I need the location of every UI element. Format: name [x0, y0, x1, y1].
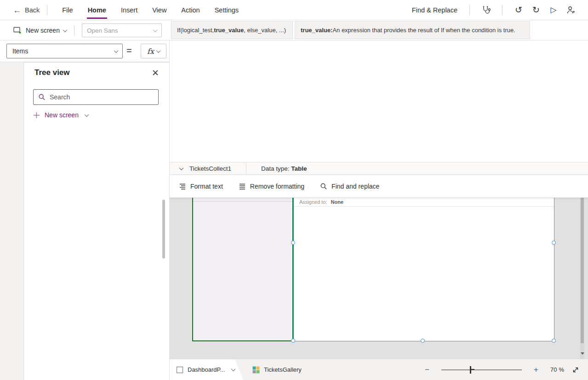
formula-signature-hint: If(logical_test, true_value, else_value,… — [171, 21, 293, 39]
format-text-label: Format text — [190, 183, 223, 190]
back-arrow-icon: ← — [13, 6, 21, 14]
tickets-gallery[interactable]: Assigned to: None — [293, 198, 554, 341]
remove-formatting-icon — [239, 183, 246, 190]
remove-formatting-button[interactable]: Remove formatting — [239, 183, 304, 190]
canvas-scrollbar[interactable] — [580, 198, 584, 359]
intellisense-result-bar: TicketsCollect1 Data type: Table — [169, 162, 588, 175]
menu-bar: FileHomeInsertViewActionSettings — [55, 0, 246, 20]
scroll-down-arrow-icon[interactable] — [580, 350, 584, 357]
resize-handle-left[interactable] — [291, 241, 295, 245]
menu-action[interactable]: Action — [174, 0, 207, 20]
property-dropdown-value: Items — [12, 47, 28, 55]
menu-view[interactable]: View — [145, 0, 174, 20]
back-label: Back — [25, 6, 40, 14]
add-person-icon — [566, 5, 576, 15]
zoom-in-button[interactable]: + — [532, 365, 540, 374]
canvas-area: Assigned to: None — [169, 198, 588, 359]
current-screen-selector[interactable]: DashboardP... — [170, 359, 243, 380]
divider — [74, 25, 74, 35]
close-icon[interactable]: ✕ — [152, 69, 159, 77]
undo-icon: ↺ — [515, 6, 522, 14]
new-screen-icon — [13, 26, 22, 35]
search-input[interactable] — [50, 93, 154, 101]
chevron-down-icon — [84, 112, 89, 117]
top-menu-bar: ← Back FileHomeInsertViewActionSettings … — [0, 0, 588, 20]
tree-view-header: Tree view ✕ — [24, 63, 169, 83]
equals-sign: = — [126, 46, 132, 56]
chevron-down-icon — [156, 48, 161, 53]
chevron-down-icon — [63, 28, 67, 32]
app-checker-button[interactable] — [477, 2, 495, 18]
property-dropdown[interactable]: Items — [6, 44, 123, 58]
assigned-to-value: None — [331, 199, 344, 205]
assigned-to-label: Assigned to: — [299, 199, 327, 205]
signature-pre: If(logical_test, — [177, 27, 214, 34]
row-separator — [294, 206, 554, 207]
data-type-value: Table — [291, 165, 307, 172]
gallery-icon — [252, 366, 260, 374]
new-screen-label: New screen — [26, 27, 60, 34]
zoom-value: 70 — [550, 366, 557, 373]
tree-search-box[interactable] — [33, 89, 159, 105]
tree-scrollbar[interactable] — [162, 200, 165, 259]
resize-handle-right[interactable] — [552, 241, 556, 245]
selection-border-left — [293, 198, 294, 341]
play-preview-button[interactable]: ▷ — [545, 2, 562, 18]
canvas-scrollbar-thumb[interactable] — [581, 198, 584, 343]
signature-current-param: true_value — [214, 27, 244, 34]
remove-formatting-label: Remove formatting — [250, 183, 304, 190]
fit-to-window-button[interactable] — [571, 366, 580, 374]
redo-icon: ↻ — [532, 6, 540, 14]
new-screen-button[interactable]: New screen — [13, 26, 67, 35]
selected-control-label: TicketsGallery — [264, 366, 302, 373]
find-and-replace-label: Find and replace — [331, 183, 379, 190]
font-selector[interactable]: Open Sans — [82, 23, 162, 37]
chevron-down-icon[interactable] — [179, 166, 184, 170]
resize-handle-bottom-left[interactable] — [291, 339, 295, 343]
menu-home[interactable]: Home — [80, 0, 114, 20]
search-icon — [38, 93, 46, 101]
format-text-icon — [179, 183, 186, 190]
undo-button[interactable]: ↺ — [510, 2, 527, 18]
topbar-right: Find & Replace ↺ ↻ ▷ — [407, 2, 588, 18]
formula-editor[interactable] — [169, 40, 588, 162]
redo-button[interactable]: ↻ — [527, 2, 545, 18]
selection-border-right — [554, 198, 554, 341]
zoom-slider[interactable] — [441, 369, 522, 370]
plus-icon — [33, 112, 40, 119]
formula-param-description: true_value: An expression that provides … — [295, 21, 530, 39]
property-bar: Items = fx — [0, 40, 169, 62]
assigned-to-field: Assigned to: None — [299, 198, 343, 206]
data-type: Data type: Table — [261, 165, 307, 172]
ribbon-left: New screen Open Sans — [13, 20, 162, 40]
tree-view-title: Tree view — [34, 68, 70, 77]
resize-handle-bottom-right[interactable] — [552, 339, 556, 343]
divider — [246, 162, 246, 175]
tree-view-panel: Tree view ✕ New screen — [24, 62, 169, 380]
fx-formula-button[interactable]: fx — [141, 44, 166, 58]
search-icon — [320, 183, 327, 190]
zoom-unit: % — [559, 366, 564, 373]
selected-control-indicator[interactable]: TicketsGallery — [252, 359, 302, 380]
format-text-button[interactable]: Format text — [179, 183, 223, 190]
app-screen[interactable]: Assigned to: None — [192, 198, 554, 341]
fx-icon: fx — [147, 47, 154, 56]
param-term: true_value: — [301, 27, 332, 34]
status-bar: DashboardP... TicketsGallery − + 70 % — [169, 359, 588, 380]
resize-handle-bottom-center[interactable] — [421, 339, 425, 343]
menu-settings[interactable]: Settings — [207, 0, 246, 20]
find-replace-button[interactable]: Find & Replace — [407, 6, 462, 14]
ribbon-toolbar: New screen Open Sans If(logical_test, tr… — [0, 20, 588, 40]
share-button[interactable] — [562, 2, 580, 18]
chevron-down-icon — [231, 367, 236, 371]
zoom-slider-handle[interactable] — [470, 366, 471, 374]
menu-file[interactable]: File — [55, 0, 80, 20]
find-and-replace-button[interactable]: Find and replace — [320, 183, 379, 190]
back-button[interactable]: ← Back — [13, 6, 40, 14]
data-type-label: Data type: — [261, 165, 290, 172]
menu-insert[interactable]: Insert — [114, 0, 145, 20]
tree-new-screen-button[interactable]: New screen — [33, 109, 88, 121]
filter-gallery[interactable] — [192, 198, 293, 341]
topbar-left: ← Back FileHomeInsertViewActionSettings — [0, 0, 246, 20]
zoom-out-button[interactable]: − — [423, 365, 431, 374]
